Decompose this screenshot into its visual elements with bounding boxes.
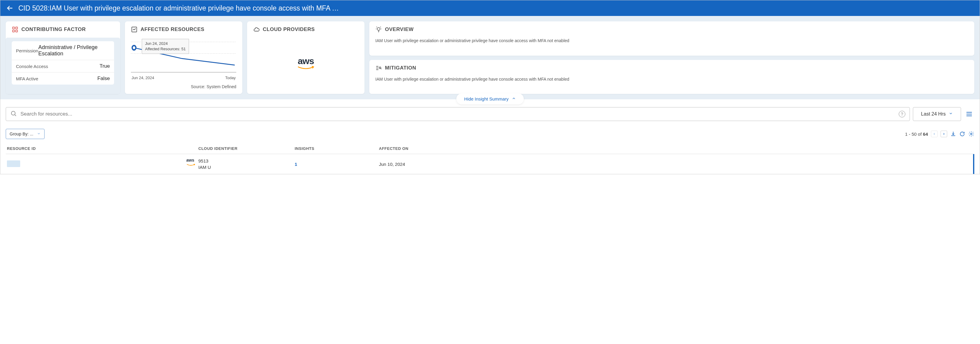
svg-point-12 xyxy=(970,133,972,135)
menu-icon[interactable] xyxy=(964,107,974,121)
cf-label: MFA Active xyxy=(16,76,38,81)
svg-rect-0 xyxy=(13,27,14,29)
chart-x-end: Today xyxy=(225,76,235,80)
grid-icon xyxy=(12,26,18,33)
card-mitigation: MITIGATION IAM User with privilege escal… xyxy=(369,60,974,94)
card-title: CLOUD PROVIDERS xyxy=(263,27,315,32)
back-arrow-icon[interactable] xyxy=(6,4,14,12)
cloud-identifier-line1: 9513 xyxy=(198,158,211,164)
chevron-up-icon xyxy=(512,96,516,102)
cf-label: Permission xyxy=(16,48,38,53)
svg-rect-1 xyxy=(16,27,18,29)
svg-point-9 xyxy=(377,28,380,30)
affected-on-date: Jun 10, 2024 xyxy=(379,162,973,167)
card-title: OVERVIEW xyxy=(385,27,414,32)
overview-description: IAM User with privilege escalation or ad… xyxy=(375,38,968,44)
settings-icon[interactable] xyxy=(968,131,974,137)
mitigation-description: IAM User with privilege escalation or ad… xyxy=(375,76,968,83)
page-title: CID 5028:IAM User with privilege escalat… xyxy=(18,4,339,12)
insights-count[interactable]: 1 xyxy=(295,162,379,167)
time-range-label: Last 24 Hrs xyxy=(921,111,946,117)
aws-mini-logo: aws xyxy=(186,158,195,168)
tooltip-value: Affected Resources: 51 xyxy=(145,46,186,52)
card-overview: OVERVIEW IAM User with privilege escalat… xyxy=(369,21,974,56)
svg-rect-3 xyxy=(16,30,18,32)
card-title: MITIGATION xyxy=(385,65,416,71)
svg-point-8 xyxy=(132,45,136,49)
card-affected-resources: AFFECTED RESOURCES Jun 24, 2024 Affected… xyxy=(125,21,242,94)
chart-line-icon xyxy=(131,26,138,33)
pagination-count: 1 - 50 of 64 xyxy=(905,132,928,137)
cf-row: MFA Active False xyxy=(12,73,114,84)
chart-source: Source: System Defined xyxy=(131,84,236,89)
search-input[interactable] xyxy=(21,111,899,117)
chevron-down-icon xyxy=(949,111,953,117)
svg-point-10 xyxy=(379,67,381,68)
table-row[interactable]: aws 9513 IAM U 1 Jun 10, 2024 xyxy=(6,154,974,174)
aws-logo-text: aws xyxy=(297,56,315,66)
svg-point-11 xyxy=(11,111,15,115)
resources-table: RESOURCE ID CLOUD IDENTIFIER INSIGHTS AF… xyxy=(6,143,974,174)
affected-resources-chart: Jun 24, 2024 Affected Resources: 51 xyxy=(131,38,236,74)
cf-row: Permission Administrative / Privilege Es… xyxy=(12,41,114,60)
chart-x-start: Jun 24, 2024 xyxy=(132,76,154,80)
cf-value: True xyxy=(100,63,110,69)
aws-logo: aws xyxy=(297,56,315,71)
card-contributing-factor: CONTRIBUTING FACTOR Permission Administr… xyxy=(6,21,120,94)
col-header-cloud-identifier[interactable]: CLOUD IDENTIFIER xyxy=(198,146,295,151)
cf-label: Console Access xyxy=(16,64,48,69)
cloud-identifier-line2: IAM U xyxy=(198,164,211,170)
cf-table: Permission Administrative / Privilege Es… xyxy=(12,41,114,84)
group-by-dropdown[interactable]: Group By: ... xyxy=(6,129,45,139)
page-header: CID 5028:IAM User with privilege escalat… xyxy=(0,0,980,16)
tooltip-date: Jun 24, 2024 xyxy=(145,41,186,46)
card-title: AFFECTED RESOURCES xyxy=(140,27,204,32)
group-by-label: Group By: ... xyxy=(10,132,33,136)
lightbulb-icon xyxy=(375,26,382,33)
svg-rect-2 xyxy=(13,30,14,32)
next-page-button[interactable] xyxy=(940,131,947,137)
chart-tooltip: Jun 24, 2024 Affected Resources: 51 xyxy=(142,39,189,54)
prev-page-button[interactable] xyxy=(931,131,937,137)
cf-value: False xyxy=(97,76,110,81)
cf-row: Console Access True xyxy=(12,60,114,73)
download-icon[interactable] xyxy=(950,131,956,137)
help-icon[interactable]: ? xyxy=(899,111,905,117)
insight-summary: CONTRIBUTING FACTOR Permission Administr… xyxy=(0,16,980,99)
col-header-resource-id[interactable]: RESOURCE ID xyxy=(6,146,198,151)
cf-value: Administrative / Privilege Escalation xyxy=(38,44,110,57)
hide-insight-summary-toggle[interactable]: Hide Insight Summary xyxy=(456,93,524,104)
time-range-dropdown[interactable]: Last 24 Hrs xyxy=(913,107,961,121)
card-cloud-providers: CLOUD PROVIDERS aws xyxy=(247,21,364,94)
cloud-icon xyxy=(253,26,260,33)
pagination-toolbar: 1 - 50 of 64 xyxy=(905,131,974,137)
chevron-down-icon xyxy=(37,132,41,136)
search-list-icon xyxy=(375,65,382,71)
refresh-icon[interactable] xyxy=(959,131,965,137)
search-box[interactable]: ? xyxy=(6,107,910,121)
resource-id-redacted xyxy=(7,161,20,167)
col-header-affected-on[interactable]: AFFECTED ON xyxy=(379,146,974,151)
search-icon xyxy=(10,110,21,118)
card-title: CONTRIBUTING FACTOR xyxy=(21,27,86,32)
hide-pill-label: Hide Insight Summary xyxy=(464,96,509,102)
col-header-insights[interactable]: INSIGHTS xyxy=(295,146,379,151)
table-header: RESOURCE ID CLOUD IDENTIFIER INSIGHTS AF… xyxy=(6,143,974,154)
